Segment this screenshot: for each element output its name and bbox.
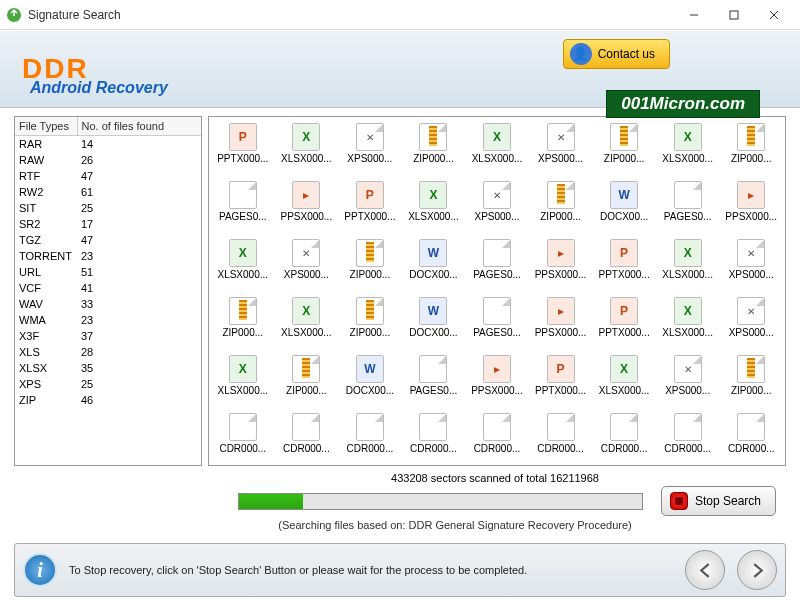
file-count-cell: 28 xyxy=(77,344,201,360)
file-item[interactable]: DOCX00... xyxy=(338,355,402,411)
file-count-cell: 61 xyxy=(77,184,201,200)
file-item[interactable]: ZIP000... xyxy=(719,123,783,179)
file-item[interactable]: PPTX000... xyxy=(592,297,656,353)
file-item[interactable]: PAGES0... xyxy=(465,239,529,295)
xlsx-file-icon xyxy=(292,297,320,325)
table-row[interactable]: VCF41 xyxy=(15,280,201,296)
file-item[interactable]: DOCX00... xyxy=(592,181,656,237)
file-label: CDR000... xyxy=(219,443,266,454)
info-icon: i xyxy=(23,553,57,587)
file-item[interactable]: XLSX000... xyxy=(211,239,275,295)
file-item[interactable]: XPS000... xyxy=(656,355,720,411)
file-item[interactable]: ZIP000... xyxy=(211,297,275,353)
col-header-count[interactable]: No. of files found xyxy=(77,117,201,136)
table-row[interactable]: RAW26 xyxy=(15,152,201,168)
file-item[interactable]: PPTX000... xyxy=(338,181,402,237)
file-item[interactable]: CDR000... xyxy=(656,413,720,466)
file-item[interactable]: CDR000... xyxy=(402,413,466,466)
file-item[interactable]: XLSX000... xyxy=(275,297,339,353)
file-item[interactable]: CDR000... xyxy=(338,413,402,466)
file-item[interactable]: XPS000... xyxy=(338,123,402,179)
file-item[interactable]: XLSX000... xyxy=(465,123,529,179)
table-row[interactable]: TORRENT23 xyxy=(15,248,201,264)
file-item[interactable]: CDR000... xyxy=(529,413,593,466)
table-row[interactable]: URL51 xyxy=(15,264,201,280)
file-item[interactable]: DOCX00... xyxy=(402,297,466,353)
file-item[interactable]: CDR000... xyxy=(719,413,783,466)
file-item[interactable]: XLSX000... xyxy=(402,181,466,237)
file-item[interactable]: CDR000... xyxy=(275,413,339,466)
file-count-cell: 47 xyxy=(77,168,201,184)
file-label: CDR000... xyxy=(410,443,457,454)
zip-file-icon xyxy=(356,297,384,325)
minimize-button[interactable] xyxy=(674,1,714,29)
file-item[interactable]: DOCX00... xyxy=(402,239,466,295)
xlsx-file-icon xyxy=(674,239,702,267)
xps-file-icon xyxy=(674,355,702,383)
table-row[interactable]: RW261 xyxy=(15,184,201,200)
file-item[interactable]: PAGES0... xyxy=(211,181,275,237)
ppsx-file-icon xyxy=(292,181,320,209)
zip-file-icon xyxy=(547,181,575,209)
table-row[interactable]: SIT25 xyxy=(15,200,201,216)
file-item[interactable]: PPSX000... xyxy=(529,297,593,353)
file-item[interactable]: CDR000... xyxy=(211,413,275,466)
file-item[interactable]: XLSX000... xyxy=(656,239,720,295)
maximize-button[interactable] xyxy=(714,1,754,29)
file-item[interactable]: PPTX000... xyxy=(592,239,656,295)
file-item[interactable]: XLSX000... xyxy=(592,355,656,411)
close-button[interactable] xyxy=(754,1,794,29)
file-item[interactable]: XLSX000... xyxy=(275,123,339,179)
table-row[interactable]: RTF47 xyxy=(15,168,201,184)
file-item[interactable]: CDR000... xyxy=(465,413,529,466)
file-item[interactable]: XPS000... xyxy=(529,123,593,179)
table-row[interactable]: TGZ47 xyxy=(15,232,201,248)
file-item[interactable]: ZIP000... xyxy=(402,123,466,179)
stop-search-button[interactable]: Stop Search xyxy=(661,486,776,516)
table-row[interactable]: XLSX35 xyxy=(15,360,201,376)
back-button[interactable] xyxy=(685,550,725,590)
file-label: PPSX000... xyxy=(471,385,523,396)
contact-us-button[interactable]: 👤 Contact us xyxy=(563,39,670,69)
file-item[interactable]: PAGES0... xyxy=(465,297,529,353)
file-item[interactable]: XPS000... xyxy=(719,297,783,353)
col-header-type[interactable]: File Types xyxy=(15,117,77,136)
results-panel[interactable]: PPTX000...XLSX000...XPS000...ZIP000...XL… xyxy=(208,116,786,466)
file-item[interactable]: XLSX000... xyxy=(211,355,275,411)
file-item[interactable]: XPS000... xyxy=(275,239,339,295)
file-item[interactable]: PPTX000... xyxy=(211,123,275,179)
file-item[interactable]: ZIP000... xyxy=(592,123,656,179)
table-row[interactable]: X3F37 xyxy=(15,328,201,344)
table-row[interactable]: ZIP46 xyxy=(15,392,201,408)
file-item[interactable]: PAGES0... xyxy=(656,181,720,237)
file-item[interactable]: ZIP000... xyxy=(719,355,783,411)
file-types-scroll[interactable]: RAR14RAW26RTF47RW261SIT25SR217TGZ47TORRE… xyxy=(15,136,201,465)
file-item[interactable]: XLSX000... xyxy=(656,123,720,179)
file-item[interactable]: PPSX000... xyxy=(529,239,593,295)
file-item[interactable]: PPSX000... xyxy=(465,355,529,411)
file-item[interactable]: CDR000... xyxy=(592,413,656,466)
file-item[interactable]: ZIP000... xyxy=(529,181,593,237)
file-item[interactable]: PAGES0... xyxy=(402,355,466,411)
file-item[interactable]: PPTX000... xyxy=(529,355,593,411)
file-item[interactable]: PPSX000... xyxy=(275,181,339,237)
file-item[interactable]: XPS000... xyxy=(465,181,529,237)
file-item[interactable]: XLSX000... xyxy=(656,297,720,353)
file-label: XPS000... xyxy=(538,153,583,164)
table-row[interactable]: XLS28 xyxy=(15,344,201,360)
file-count-cell: 41 xyxy=(77,280,201,296)
progress-bar xyxy=(238,493,643,510)
next-button[interactable] xyxy=(737,550,777,590)
table-row[interactable]: WMA23 xyxy=(15,312,201,328)
file-item[interactable]: ZIP000... xyxy=(338,239,402,295)
table-row[interactable]: SR217 xyxy=(15,216,201,232)
table-row[interactable]: WAV33 xyxy=(15,296,201,312)
file-item[interactable]: PPSX000... xyxy=(719,181,783,237)
file-item[interactable]: XPS000... xyxy=(719,239,783,295)
file-label: XPS000... xyxy=(729,327,774,338)
file-item[interactable]: ZIP000... xyxy=(338,297,402,353)
table-row[interactable]: XPS25 xyxy=(15,376,201,392)
file-label: CDR000... xyxy=(664,443,711,454)
file-item[interactable]: ZIP000... xyxy=(275,355,339,411)
table-row[interactable]: RAR14 xyxy=(15,136,201,152)
